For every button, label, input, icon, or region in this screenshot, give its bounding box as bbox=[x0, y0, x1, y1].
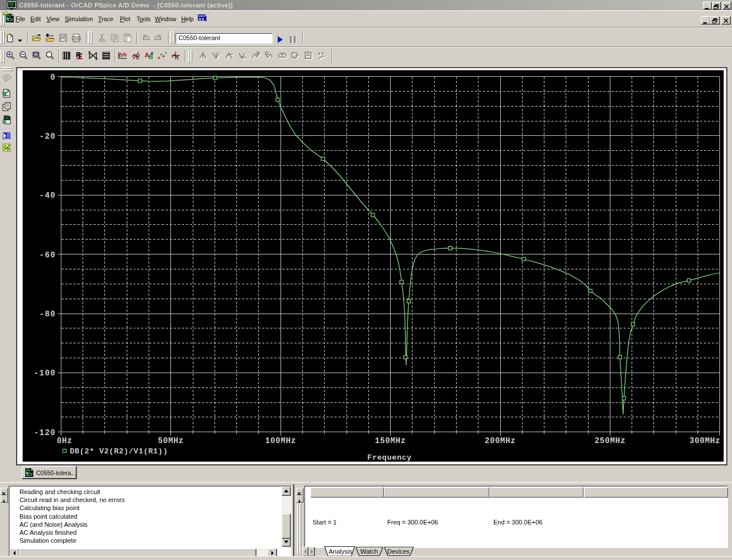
svg-text:-120: -120 bbox=[34, 428, 56, 437]
svg-text:0: 0 bbox=[50, 73, 56, 82]
svg-text:-100: -100 bbox=[34, 369, 56, 378]
svg-text:Watch: Watch bbox=[360, 548, 378, 555]
svg-text:200MHz: 200MHz bbox=[485, 436, 516, 445]
svg-text:150MHz: 150MHz bbox=[375, 436, 406, 445]
svg-text:-20: -20 bbox=[40, 132, 56, 141]
svg-text:Frequency: Frequency bbox=[367, 453, 411, 462]
svg-text:Devices: Devices bbox=[387, 548, 410, 555]
svg-text:300MHz: 300MHz bbox=[690, 436, 721, 445]
svg-text:0Hz: 0Hz bbox=[57, 436, 72, 445]
svg-text:-60: -60 bbox=[40, 250, 56, 260]
svg-text:Analysis: Analysis bbox=[329, 548, 352, 555]
svg-text:250MHz: 250MHz bbox=[594, 436, 625, 445]
svg-text:DB(2* V2(R2)/V1(R1)): DB(2* V2(R2)/V1(R1)) bbox=[70, 447, 168, 456]
svg-text:100MHz: 100MHz bbox=[265, 436, 296, 445]
svg-text:-80: -80 bbox=[40, 310, 56, 319]
svg-text:-40: -40 bbox=[40, 191, 56, 200]
svg-text:50MHz: 50MHz bbox=[158, 436, 184, 445]
